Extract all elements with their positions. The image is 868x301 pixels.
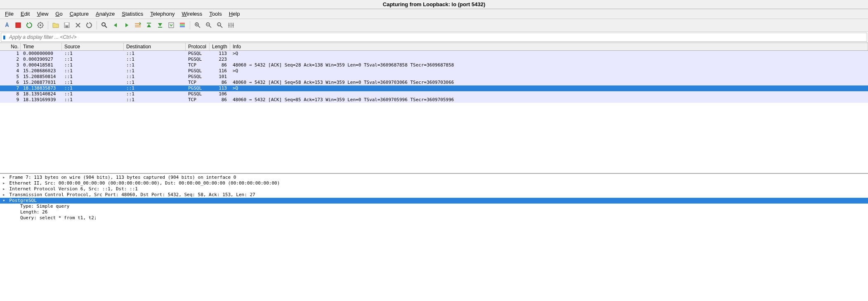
detail-tree-line[interactable]: ▸ Internet Protocol Version 6, Src: ::1,… [0, 186, 868, 192]
detail-tree-line[interactable]: Length: 26 [0, 209, 868, 215]
svg-point-2 [40, 24, 41, 26]
svg-rect-11 [180, 24, 185, 26]
resize-columns-icon[interactable] [226, 20, 236, 30]
zoom-out-icon[interactable] [204, 20, 214, 30]
save-file-icon[interactable] [62, 20, 72, 30]
toolbar-separator [190, 21, 190, 29]
detail-tree-line[interactable]: Query: select * from t1, t2; [0, 215, 868, 221]
packet-list-header[interactable]: No. Time Source Destination Protocol Len… [0, 43, 868, 51]
packet-row[interactable]: 10.000000000::1::1PGSQL113>Q [0, 51, 868, 57]
svg-rect-5 [66, 26, 68, 28]
go-back-icon[interactable] [111, 20, 120, 30]
column-header-destination[interactable]: Destination [124, 43, 186, 50]
detail-tree-line[interactable]: ▸ Transmission Control Protocol, Src Por… [0, 192, 868, 198]
menu-file[interactable]: File [2, 10, 17, 18]
svg-rect-0 [16, 23, 21, 28]
menu-analyze[interactable]: Analyze [93, 10, 118, 18]
packet-row[interactable]: 20.000390927::1::1PGSQL223 [0, 57, 868, 62]
packet-row[interactable]: 918.139169939::1::1TCP8648060 → 5432 [AC… [0, 97, 868, 103]
menu-capture[interactable]: Capture [67, 10, 92, 18]
column-header-source[interactable]: Source [62, 43, 124, 50]
zoom-reset-icon[interactable]: 1 [215, 20, 225, 30]
capture-options-icon[interactable] [35, 20, 45, 30]
toolbar-separator [97, 21, 97, 29]
go-first-icon[interactable] [144, 20, 154, 30]
go-last-icon[interactable] [155, 20, 165, 30]
svg-text:1: 1 [218, 24, 220, 26]
menu-view[interactable]: View [34, 10, 51, 18]
menu-statistics[interactable]: Statistics [119, 10, 146, 18]
reload-file-icon[interactable] [84, 20, 94, 30]
svg-point-6 [102, 23, 105, 26]
packet-row[interactable]: 718.138835873::1::1PGSQL113>Q [0, 85, 868, 91]
svg-rect-8 [158, 27, 162, 28]
column-header-info[interactable]: Info [230, 43, 868, 50]
go-to-packet-icon[interactable] [133, 20, 143, 30]
menu-help[interactable]: Help [226, 10, 243, 18]
detail-tree-line[interactable]: ▸ Ethernet II, Src: 00:00:00_00:00:00 (0… [0, 180, 868, 186]
column-header-time[interactable]: Time [21, 43, 62, 50]
open-file-icon[interactable] [51, 20, 61, 30]
packet-row[interactable]: 30.000418581::1::1TCP8648060 → 5432 [ACK… [0, 62, 868, 68]
go-forward-icon[interactable] [122, 20, 132, 30]
menu-telephony[interactable]: Telephony [147, 10, 177, 18]
detail-tree-line[interactable]: ▸ Frame 7: 113 bytes on wire (904 bits),… [0, 175, 868, 180]
packet-list-empty-area [0, 103, 868, 173]
menu-edit[interactable]: Edit [18, 10, 33, 18]
toolbar: 1 [0, 19, 868, 32]
colorize-icon[interactable] [177, 20, 187, 30]
close-file-icon[interactable] [73, 20, 83, 30]
column-header-no[interactable]: No. [0, 43, 21, 50]
window-title: Capturing from Loopback: lo (port 5432) [0, 0, 868, 9]
toolbar-separator [48, 21, 48, 29]
detail-tree-line[interactable]: ▾ PostgreSQL [0, 198, 868, 204]
find-packet-icon[interactable] [99, 20, 109, 30]
menu-bar: FileEditViewGoCaptureAnalyzeStatisticsTe… [0, 9, 868, 19]
menu-go[interactable]: Go [52, 10, 65, 18]
column-header-length[interactable]: Length [210, 43, 230, 50]
stop-capture-icon[interactable] [13, 20, 23, 30]
packet-list-pane: No. Time Source Destination Protocol Len… [0, 43, 868, 173]
filter-bookmark-icon[interactable]: ▮ [1, 34, 7, 40]
packet-row[interactable]: 415.208686023::1::1PGSQL116>Q [0, 68, 868, 74]
menu-wireless[interactable]: Wireless [179, 10, 205, 18]
packet-rows: 10.000000000::1::1PGSQL113>Q20.000390927… [0, 51, 868, 103]
start-capture-icon[interactable] [2, 20, 12, 30]
packet-details-pane: ▸ Frame 7: 113 bytes on wire (904 bits),… [0, 173, 868, 222]
display-filter-input[interactable] [7, 33, 867, 41]
svg-rect-12 [180, 26, 185, 27]
svg-rect-9 [169, 23, 174, 28]
restart-capture-icon[interactable] [24, 20, 34, 30]
auto-scroll-icon[interactable] [166, 20, 176, 30]
svg-rect-7 [147, 23, 151, 24]
packet-row[interactable]: 615.208877031::1::1TCP8648060 → 5432 [AC… [0, 80, 868, 85]
column-header-protocol[interactable]: Protocol [186, 43, 210, 50]
zoom-in-icon[interactable] [193, 20, 203, 30]
packet-row[interactable]: 515.208850814::1::1PGSQL101 [0, 74, 868, 80]
svg-rect-4 [65, 23, 68, 25]
packet-row[interactable]: 818.139140824::1::1PGSQL106 [0, 91, 868, 97]
svg-rect-10 [180, 23, 185, 24]
display-filter-bar: ▮ [1, 33, 867, 42]
detail-tree-line[interactable]: Type: Simple query [0, 204, 868, 209]
menu-tools[interactable]: Tools [206, 10, 224, 18]
